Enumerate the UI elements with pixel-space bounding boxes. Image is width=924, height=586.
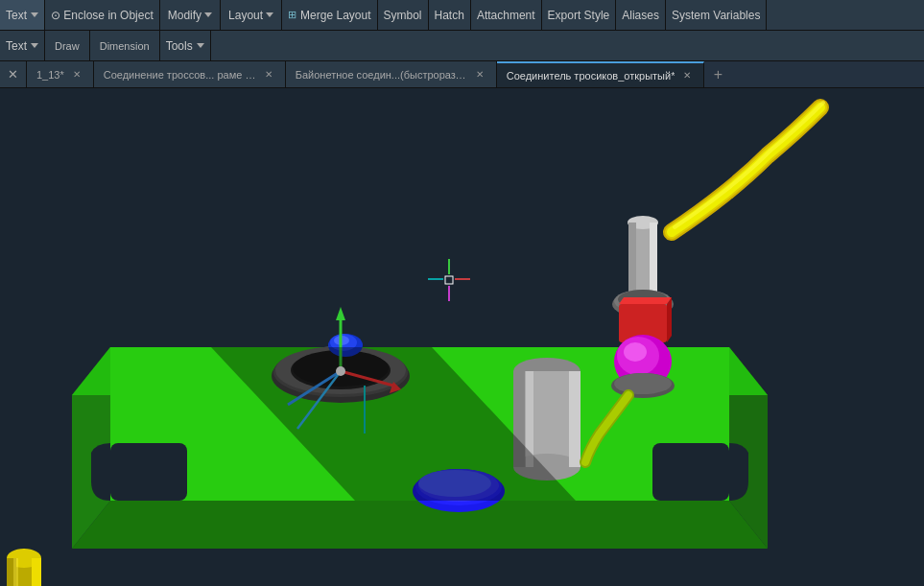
tab-2-close[interactable]: ✕ <box>262 68 275 82</box>
tab-2-label: Соединение троссов... раме велосипеда* <box>104 69 256 81</box>
tab-soedinitel[interactable]: Соединитель тросиков_открытый* ✕ <box>497 61 705 87</box>
toolbar-layout[interactable]: Layout <box>221 0 282 30</box>
toolbar-export-style[interactable]: Export Style <box>542 0 617 30</box>
toolbar-system-variables[interactable]: System Variables <box>666 0 767 30</box>
svg-rect-7 <box>652 443 729 501</box>
tab-close-all[interactable]: ✕ <box>0 61 27 87</box>
toolbar-group-text[interactable]: Text <box>0 0 45 30</box>
viewport-3d[interactable] <box>0 88 924 586</box>
dimension-section: Dimension <box>90 31 160 60</box>
close-all-icon: ✕ <box>8 67 18 82</box>
text-sub-arrow <box>31 43 38 48</box>
toolbar-symbol[interactable]: Symbol <box>378 0 429 30</box>
draw-section: Draw <box>45 31 90 60</box>
toolbar-aliases[interactable]: Aliases <box>616 0 666 30</box>
hatch-label: Hatch <box>435 9 464 22</box>
symbol-label: Symbol <box>384 9 422 22</box>
svg-marker-1 <box>72 501 768 549</box>
add-tab-button[interactable]: + <box>704 61 731 87</box>
modify-label: Modify <box>168 9 201 22</box>
tab-3-label: Байонетное соедин...(быстроразъёмное)* <box>296 69 467 81</box>
tabs-row: ✕ 1_13* ✕ Соединение троссов... раме вел… <box>0 61 924 88</box>
tab-bajonetonje[interactable]: Байонетное соедин...(быстроразъёмное)* ✕ <box>286 61 497 87</box>
toolbar-text-arrow <box>31 12 38 17</box>
scene-svg <box>0 88 924 586</box>
enclose-text: ⊙ Enclose in Object <box>51 9 154 22</box>
svg-marker-43 <box>667 297 672 342</box>
svg-rect-58 <box>32 558 41 586</box>
toolbar-hatch[interactable]: Hatch <box>429 0 471 30</box>
tab-4-close[interactable]: ✕ <box>680 69 694 82</box>
tab-3-close[interactable]: ✕ <box>473 68 486 82</box>
svg-rect-32 <box>569 371 580 467</box>
attachment-label: Attachment <box>477 9 535 22</box>
tab-soedinenije[interactable]: Соединение троссов... раме велосипеда* ✕ <box>94 61 286 87</box>
svg-point-48 <box>614 373 672 394</box>
dimension-label: Dimension <box>100 40 150 52</box>
text-sub-label: Text <box>6 39 27 53</box>
draw-label: Draw <box>55 40 80 52</box>
toolbar-enclose-label[interactable]: ⊙ Enclose in Object <box>45 0 160 30</box>
tab-4-label: Соединитель тросиков_открытый* <box>507 70 675 82</box>
svg-rect-6 <box>110 443 187 501</box>
toolbar-modify[interactable]: Modify <box>160 0 221 30</box>
toolbar: Text ⊙ Enclose in Object Modify Layout ⊞… <box>0 0 924 31</box>
tools-group[interactable]: Tools <box>160 31 211 60</box>
export-style-label: Export Style <box>548 9 610 22</box>
system-variables-label: System Variables <box>672 9 760 22</box>
tab-1_13[interactable]: 1_13* ✕ <box>27 61 94 87</box>
svg-marker-42 <box>619 297 672 304</box>
toolbar-text-label: Text <box>6 9 27 22</box>
tab-1-close[interactable]: ✕ <box>70 68 83 82</box>
text-toolbar: Text Draw Dimension Tools <box>0 31 924 61</box>
layout-arrow <box>266 12 273 17</box>
svg-point-46 <box>624 342 647 362</box>
tab-1-label: 1_13* <box>36 69 64 81</box>
merge-layout-icon: ⊞ <box>288 9 296 21</box>
aliases-label: Aliases <box>622 9 659 22</box>
modify-arrow <box>204 12 212 17</box>
svg-rect-59 <box>13 558 18 586</box>
tools-arrow <box>197 43 204 48</box>
toolbar-merge-layout[interactable]: ⊞ Merge Layout <box>282 0 377 30</box>
layout-label: Layout <box>228 9 263 22</box>
tools-label: Tools <box>166 39 193 53</box>
text-subgroup[interactable]: Text <box>0 31 45 60</box>
toolbar-attachment[interactable]: Attachment <box>471 0 542 30</box>
merge-layout-text: Merge Layout <box>300 9 370 22</box>
